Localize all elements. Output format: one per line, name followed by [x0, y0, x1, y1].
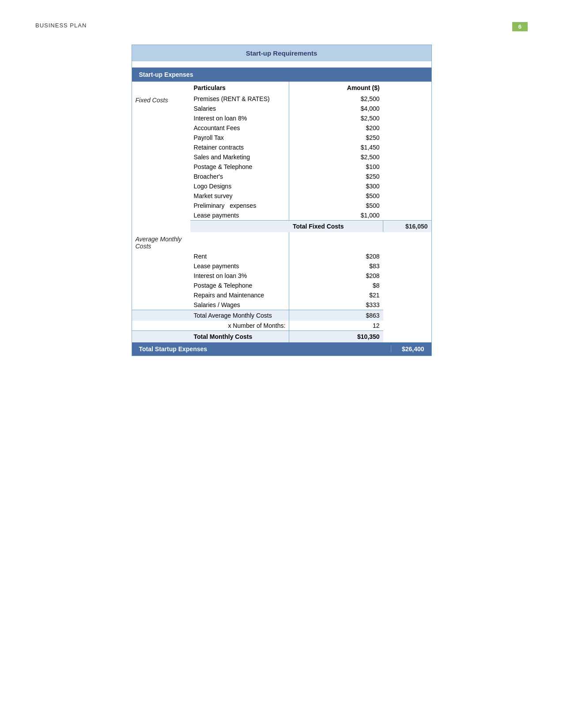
amount-accountant: $200 — [289, 123, 383, 133]
item-broacher: Broacher's — [190, 172, 289, 181]
item-postage-monthly: Postage & Telephone — [190, 281, 289, 290]
item-preliminary: Preliminary expenses — [190, 201, 289, 210]
amount-payroll: $250 — [289, 133, 383, 143]
item-retainer: Retainer contracts — [190, 143, 289, 152]
total-avg-monthly-row: Total Average Monthly Costs $863 — [132, 310, 431, 321]
table-row: Postage & Telephone $8 — [132, 281, 431, 290]
total-monthly-amount: $10,350 — [289, 331, 383, 343]
table-row: Repairs and Maintenance $21 — [132, 290, 431, 300]
amount-market: $500 — [289, 191, 383, 201]
amount-interest8: $2,500 — [289, 113, 383, 123]
spacer — [132, 61, 431, 68]
business-plan-label: BUSINESS PLAN — [35, 22, 87, 29]
num-months-row: x Number of Months: 12 — [132, 321, 431, 331]
item-rent: Rent — [190, 251, 289, 261]
item-lease-fixed: Lease payments — [190, 210, 289, 221]
amount-repairs: $21 — [289, 290, 383, 300]
amount-premises: $2,500 — [289, 94, 383, 104]
avg-monthly-label-row: Average Monthly Costs — [132, 232, 431, 251]
num-months-value: 12 — [289, 321, 383, 331]
amount-salaries: $4,000 — [289, 104, 383, 113]
total-avg-monthly-label: Total Average Monthly Costs — [190, 310, 289, 321]
fixed-costs-category: Fixed Costs — [132, 94, 190, 232]
content-area: Particulars Amount ($) Fixed Costs Premi… — [132, 82, 431, 356]
table-row: Salaries / Wages $333 — [132, 300, 431, 310]
total-monthly-row: Total Monthly Costs $10,350 — [132, 331, 431, 343]
item-interest3: Interest on loan 3% — [190, 271, 289, 281]
item-salaries-wages: Salaries / Wages — [190, 300, 289, 310]
amount-broacher: $250 — [289, 172, 383, 181]
amount-salaries-wages: $333 — [289, 300, 383, 310]
table-title: Start-up Requirements — [132, 45, 431, 61]
amount-lease-monthly: $83 — [289, 261, 383, 271]
item-payroll: Payroll Tax — [190, 133, 289, 143]
item-lease-monthly: Lease payments — [190, 261, 289, 271]
total-monthly-label: Total Monthly Costs — [190, 331, 289, 343]
amount-retainer: $1,450 — [289, 143, 383, 152]
item-salaries: Salaries — [190, 104, 289, 113]
amount-interest3: $208 — [289, 271, 383, 281]
data-table: Particulars Amount ($) Fixed Costs Premi… — [132, 82, 431, 342]
table-row: Fixed Costs Premises (RENT & RATES) $2,5… — [132, 94, 431, 104]
amount-preliminary: $500 — [289, 201, 383, 210]
amount-postage-monthly: $8 — [289, 281, 383, 290]
table-row: Lease payments $83 — [132, 261, 431, 271]
item-repairs: Repairs and Maintenance — [190, 290, 289, 300]
total-avg-monthly-amount: $863 — [289, 310, 383, 321]
total-startup-amount: $26,400 — [391, 345, 431, 353]
fixed-costs-label — [132, 82, 190, 94]
item-postage: Postage & Telephone — [190, 162, 289, 172]
table-row: Interest on loan 3% $208 — [132, 271, 431, 281]
amount-rent: $208 — [289, 251, 383, 261]
amount-postage: $100 — [289, 162, 383, 172]
item-interest8: Interest on loan 8% — [190, 113, 289, 123]
startup-requirements-table: Start-up Requirements Start-up Expenses … — [132, 45, 432, 356]
startup-expenses-header: Start-up Expenses — [132, 68, 431, 82]
amount-lease-fixed: $1,000 — [289, 210, 383, 221]
item-market: Market survey — [190, 191, 289, 201]
amount-logo: $300 — [289, 181, 383, 191]
item-sales: Sales and Marketing — [190, 152, 289, 162]
table-row: Rent $208 — [132, 251, 431, 261]
item-logo: Logo Designs — [190, 181, 289, 191]
page-number: 6 — [512, 22, 528, 31]
total-startup-label: Total Startup Expenses — [132, 345, 208, 353]
column-header-row: Particulars Amount ($) — [132, 82, 431, 94]
total-startup-row: Total Startup Expenses $26,400 — [132, 342, 431, 356]
amount-sales: $2,500 — [289, 152, 383, 162]
amount-header: Amount ($) — [289, 82, 383, 94]
particulars-header: Particulars — [190, 82, 289, 94]
item-premises: Premises (RENT & RATES) — [190, 94, 289, 104]
item-accountant: Accountant Fees — [190, 123, 289, 133]
total-fixed-amount: $16,050 — [383, 221, 431, 233]
total-fixed-label: Total Fixed Costs — [289, 221, 383, 233]
num-months-label: x Number of Months: — [190, 321, 289, 331]
